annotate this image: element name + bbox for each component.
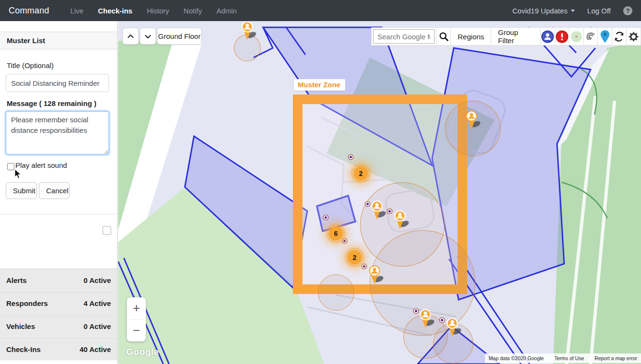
vehicles-toggle-button[interactable] <box>584 27 598 46</box>
regions-button[interactable]: Regions <box>451 27 491 46</box>
checkin-dot-marker[interactable] <box>365 202 370 206</box>
responders-toggle-button[interactable] <box>541 27 555 46</box>
status-summary: Alerts 0 Active Responders 4 Active Vehi… <box>0 269 117 361</box>
location-pin-button[interactable] <box>598 27 612 46</box>
map-attribution: Map data ©2020 Google Terms of Use Repor… <box>485 353 641 363</box>
message-label: Message ( 128 remaining ) <box>7 99 97 107</box>
stat-value: 0 Active <box>84 322 111 330</box>
group-filter-button[interactable]: Group Filter <box>491 27 541 46</box>
floor-down-button[interactable] <box>140 28 156 45</box>
checkin-dot-marker[interactable] <box>387 209 392 213</box>
covid19-updates-dropdown[interactable]: Covid19 Updates <box>512 7 575 15</box>
map-zoom-control: + − <box>127 297 146 341</box>
report-map-error-link[interactable]: Report a map error <box>594 355 637 361</box>
submit-button[interactable]: Submit <box>6 182 37 199</box>
nav-item-check-ins[interactable]: Check-ins <box>98 7 133 15</box>
cluster-marker[interactable]: 2 <box>354 166 368 180</box>
muster-list-header: Muster List <box>0 32 117 49</box>
stat-label: Check-Ins <box>6 345 41 353</box>
stat-row-vehicles[interactable]: Vehicles 0 Active <box>0 315 117 338</box>
alerts-toggle-icon <box>556 30 568 43</box>
play-alert-checkbox[interactable] <box>7 163 14 170</box>
google-logo[interactable]: Google <box>126 347 159 357</box>
person-marker[interactable] <box>393 210 409 230</box>
chevron-down-icon <box>143 32 153 41</box>
muster-zone-label: Muster Zone <box>294 79 345 91</box>
person-marker[interactable] <box>370 200 386 221</box>
location-pin-icon <box>599 30 611 44</box>
settings-button[interactable] <box>627 27 641 46</box>
checkin-dot-marker[interactable] <box>362 264 366 269</box>
search-input[interactable] <box>373 29 435 44</box>
nav-item-history[interactable]: History <box>147 7 169 15</box>
alerts-toggle-button[interactable] <box>555 27 569 46</box>
nav-item-admin[interactable]: Admin <box>217 7 237 15</box>
muster-sidebar: Muster List Title (Optional) Message ( 1… <box>0 21 118 364</box>
chevron-down-icon <box>571 10 575 12</box>
log-off-button[interactable]: Log Off <box>587 7 611 15</box>
nav-item-notify[interactable]: Notify <box>183 7 202 15</box>
checkin-dot-marker[interactable] <box>414 309 418 313</box>
help-icon[interactable]: ? <box>623 6 632 15</box>
navbar-right: Covid19 Updates Log Off ? <box>512 6 632 15</box>
stat-value: 40 Active <box>80 345 111 353</box>
message-textarea[interactable]: Please remember social distance responsi… <box>6 111 109 154</box>
person-marker[interactable] <box>445 317 461 338</box>
covid19-updates-label: Covid19 Updates <box>512 7 568 15</box>
zoom-in-button[interactable]: + <box>127 297 146 319</box>
chevron-up-icon <box>126 32 135 41</box>
list-select-checkbox[interactable] <box>102 226 111 235</box>
brand-command[interactable]: Command <box>9 6 49 16</box>
search-icon <box>438 31 449 42</box>
stat-value: 0 Active <box>84 276 111 284</box>
person-marker[interactable] <box>367 265 384 285</box>
person-marker[interactable] <box>418 309 435 329</box>
floor-selector-label[interactable]: Ground Floor <box>157 28 202 45</box>
stat-label: Vehicles <box>6 322 35 330</box>
nav-item-live[interactable]: Live <box>70 7 84 15</box>
cancel-button[interactable]: Cancel <box>39 182 70 199</box>
stat-row-alerts[interactable]: Alerts 0 Active <box>0 269 117 292</box>
mouse-cursor <box>14 169 22 179</box>
app-window: Command Live Check-ins History Notify Ad… <box>0 0 641 364</box>
checkins-toggle-icon <box>570 30 583 43</box>
checkin-dot-marker[interactable] <box>440 318 444 322</box>
settings-gear-icon <box>628 31 639 42</box>
zoom-out-button[interactable]: − <box>127 320 146 342</box>
cluster-marker[interactable]: 2 <box>348 250 362 264</box>
stat-label: Responders <box>6 299 48 307</box>
map-toolbar: Regions Group Filter <box>371 27 641 46</box>
floor-control: Ground Floor <box>122 28 202 45</box>
search-cell <box>371 27 436 46</box>
stat-value: 4 Active <box>84 299 111 307</box>
vehicles-toggle-icon <box>584 30 597 43</box>
play-alert-label: Play alert sound <box>15 161 67 169</box>
person-marker[interactable] <box>240 21 256 41</box>
terms-of-use-link[interactable]: Terms of Use <box>554 355 584 361</box>
search-button[interactable] <box>436 27 451 46</box>
map-data-copyright: Map data ©2020 Google <box>489 355 544 361</box>
checkins-toggle-button[interactable] <box>569 27 584 46</box>
stat-label: Alerts <box>6 276 27 284</box>
refresh-button[interactable] <box>612 27 627 46</box>
map-canvas[interactable] <box>118 21 641 364</box>
person-marker[interactable] <box>464 110 481 130</box>
refresh-icon <box>614 31 625 42</box>
checkin-dot-marker[interactable] <box>349 155 353 159</box>
floor-up-button[interactable] <box>122 28 139 45</box>
stat-row-check-ins[interactable]: Check-Ins 40 Active <box>0 338 117 361</box>
checkin-dot-marker[interactable] <box>324 215 328 220</box>
top-navbar: Command Live Check-ins History Notify Ad… <box>0 0 641 21</box>
cluster-marker[interactable]: 6 <box>329 226 343 240</box>
title-input[interactable] <box>6 74 109 92</box>
responders-toggle-icon <box>541 30 554 43</box>
map-container: Muster Zone <box>118 21 641 364</box>
stat-row-responders[interactable]: Responders 4 Active <box>0 292 117 315</box>
sidebar-divider <box>0 214 117 214</box>
title-label: Title (Optional) <box>7 61 54 70</box>
checkin-dot-marker[interactable] <box>342 239 347 243</box>
